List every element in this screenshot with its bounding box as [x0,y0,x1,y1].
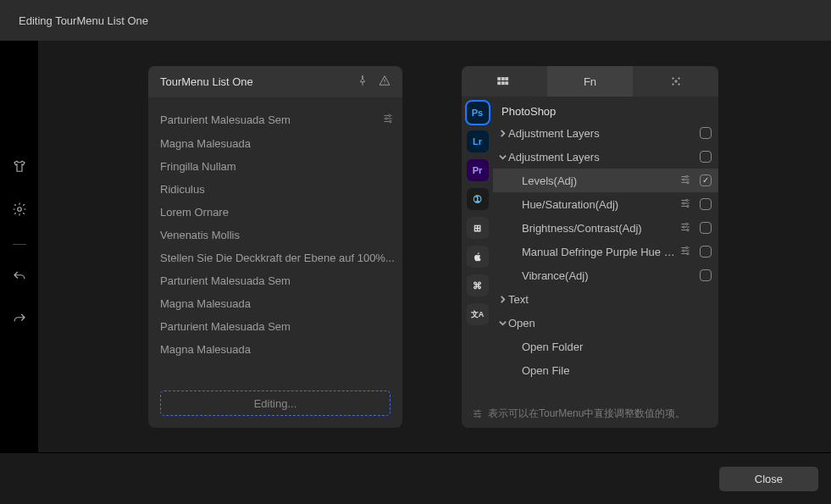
hint-bar: 表示可以在TourMenu中直接调整数值的项。 [462,400,718,428]
tree-row[interactable]: Levels(Adj) [493,169,718,192]
close-button[interactable]: Close [719,467,818,491]
list-item-label: Fringilla Nullam [160,160,236,173]
checkbox[interactable] [700,174,712,186]
tourmenu-list-card: TourMenu List One Parturient Malesuada S… [148,66,402,428]
checkbox[interactable] [700,151,712,163]
pin-icon[interactable] [357,75,368,89]
list-item[interactable]: Parturient Malesuada Sem [160,315,399,338]
list-item[interactable]: Magna Malesuada [160,338,399,361]
undo-icon[interactable] [12,269,27,287]
sliders-icon [679,221,696,235]
app-ps[interactable]: Ps [467,102,489,124]
svg-rect-6 [505,78,507,80]
list-item-label: Magna Malesuada [160,137,251,150]
tree-row[interactable]: Adjustment Layers [493,145,718,169]
svg-point-26 [687,252,689,254]
tree-row-label: Vibrance(Adj) [515,269,696,282]
list-body[interactable]: Parturient Malesuada SemMagna MalesuadaF… [148,97,402,379]
svg-point-12 [678,78,679,79]
checkbox[interactable] [700,127,712,139]
svg-rect-9 [505,82,507,85]
tree-row[interactable]: Brightness/Contrast(Adj) [493,216,718,240]
list-item-label: Venenatis Mollis [160,229,240,241]
grid-icon [497,75,512,87]
tree-row[interactable]: Manual Defringe Purple Hue Hi... [493,240,718,263]
tree-row[interactable]: Text [493,287,718,311]
hint-text: 表示可以在TourMenu中直接调整数值的项。 [488,407,685,421]
svg-point-2 [385,118,387,119]
sliders-icon [472,408,483,419]
gear-icon[interactable] [12,202,27,219]
chevron-down-icon [498,153,507,161]
shirt-icon[interactable] [12,159,27,177]
svg-point-3 [390,120,391,122]
sliders-icon [679,197,696,212]
tree-row-label: Brightness/Contrast(Adj) [515,222,679,235]
list-item[interactable]: Magna Malesuada [160,292,399,315]
svg-point-23 [687,229,689,230]
tree-row-label: Levels(Adj) [515,174,679,187]
svg-point-15 [686,175,688,177]
list-item-label: Lorem Ornare [160,206,229,219]
tab-settings[interactable] [633,66,718,97]
app-pr[interactable]: Pr [467,159,489,181]
tree: PhotoShop Adjustment LayersAdjustment La… [493,97,718,400]
warning-icon[interactable] [379,75,391,89]
tree-row-label: Open [508,317,712,330]
app-cmd[interactable]: ⌘ [467,274,489,296]
app-trans[interactable]: 文A [467,303,489,325]
svg-point-18 [686,199,688,201]
svg-point-13 [672,84,673,85]
checkbox[interactable] [700,269,712,281]
tree-row[interactable]: Open File [493,358,718,382]
list-item[interactable]: Magna Malesuada [160,132,399,155]
svg-point-21 [686,223,688,224]
tree-row-label: Manual Defringe Purple Hue Hi... [515,246,679,258]
svg-point-24 [686,246,688,248]
tree-row[interactable]: Open Folder [493,335,718,358]
list-item[interactable]: Fringilla Nullam [160,155,399,178]
redo-icon[interactable] [12,312,27,330]
separator [13,244,26,245]
tab-fn[interactable]: Fn [547,66,633,97]
tree-row[interactable]: Hue/Saturation(Adj) [493,192,718,216]
svg-rect-8 [501,82,504,85]
checkbox[interactable] [700,198,712,210]
panel-tabs: Fn [462,66,718,97]
tree-row[interactable]: Vibrance(Adj) [493,263,718,287]
list-item-label: Stellen Sie Die Deckkraft der Ebene auf … [160,252,395,264]
list-item[interactable]: Venenatis Mollis [160,224,399,246]
tree-row-label: Text [508,293,712,306]
svg-point-22 [683,225,684,227]
list-item[interactable]: Ridiculus [160,178,399,201]
app-one[interactable]: ➀ [467,188,489,210]
list-item[interactable]: Parturient Malesuada Sem [160,269,399,292]
svg-point-29 [479,416,480,418]
app-lr[interactable]: Lr [467,130,489,152]
checkbox[interactable] [700,222,712,234]
list-item[interactable]: Stellen Sie Die Deckkraft der Ebene auf … [160,246,399,269]
list-item-label: Parturient Malesuada Sem [160,274,291,287]
tab-grid[interactable] [462,66,547,97]
left-sidebar [0,41,38,452]
svg-point-14 [678,84,679,85]
svg-point-28 [475,413,477,414]
svg-point-17 [687,181,689,183]
svg-point-1 [389,114,391,116]
tree-row-label: Open Folder [515,341,712,353]
app-win[interactable]: ⊞ [467,217,489,239]
tree-row[interactable]: Adjustment Layers [493,121,718,145]
svg-point-27 [478,410,479,412]
editing-placeholder[interactable]: Editing... [160,390,391,416]
chevron-right-icon [498,296,507,303]
tree-row[interactable]: Open [493,311,718,335]
content-area: TourMenu List One Parturient Malesuada S… [38,41,831,452]
list-item[interactable]: Lorem Ornare [160,201,399,224]
list-item[interactable]: Parturient Malesuada Sem [160,108,399,132]
app-mac[interactable] [467,246,489,268]
fn-label: Fn [584,75,596,88]
list-item-label: Parturient Malesuada Sem [160,114,291,126]
page-title: Editing TourMenu List One [19,14,148,27]
checkbox[interactable] [700,246,712,258]
list-item-label: Magna Malesuada [160,297,251,310]
